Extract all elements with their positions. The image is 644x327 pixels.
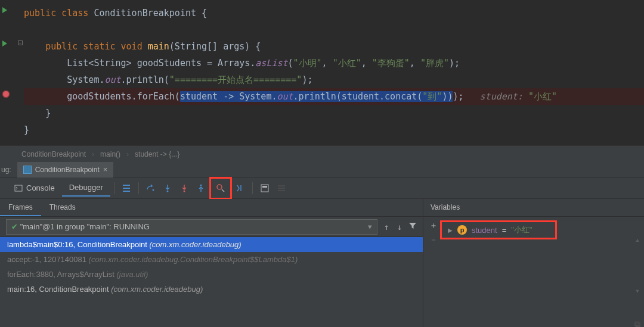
step-out-icon[interactable]	[193, 180, 209, 197]
debug-session-tab[interactable]: ConditionBreakpoint ×	[17, 162, 114, 177]
console-tab[interactable]: Console	[7, 180, 62, 196]
expand-arrow-icon[interactable]: ▶	[448, 227, 453, 233]
highlighted-mute-breakpoints	[209, 177, 232, 200]
svg-rect-7	[262, 186, 267, 188]
svg-point-2	[166, 190, 168, 192]
threads-tab[interactable]: Threads	[41, 199, 84, 216]
svg-point-5	[217, 185, 222, 189]
clipboard-icon[interactable]: ⧉	[634, 319, 640, 327]
console-icon	[14, 184, 23, 192]
svg-point-1	[152, 189, 154, 191]
gutter: −	[0, 0, 24, 145]
force-step-into-icon[interactable]	[176, 180, 193, 197]
variable-row[interactable]: ▶ p student = "小红"	[440, 220, 557, 239]
step-into-icon[interactable]	[159, 180, 176, 197]
frame-row[interactable]: forEach:3880, Arrays$ArrayList (java.uti…	[0, 267, 423, 282]
remove-watch-icon[interactable]: －	[429, 235, 438, 245]
code-editor: − public class ConditionBreakpoint { pub…	[0, 0, 644, 145]
check-icon: ✔	[11, 222, 18, 231]
svg-point-4	[200, 184, 202, 186]
chevron-down-icon: ▾	[368, 222, 372, 231]
up-arrow-icon[interactable]: ▴	[635, 235, 640, 244]
code-area[interactable]: public class ConditionBreakpoint { publi…	[24, 0, 644, 145]
debug-toolbar: Console Debugger	[0, 177, 644, 199]
breadcrumb-class[interactable]: ConditionBreakpoint	[21, 150, 86, 158]
frame-row[interactable]: main:16, ConditionBreakpoint (com.xm.cod…	[0, 282, 423, 297]
down-arrow-icon[interactable]: ▾	[635, 286, 640, 295]
thread-selector[interactable]: ✔ "main"@1 in group "main": RUNNING ▾	[6, 219, 377, 235]
run-to-cursor-icon[interactable]	[232, 180, 249, 197]
step-over-icon[interactable]	[143, 180, 159, 197]
breadcrumb-method[interactable]: main()	[100, 150, 120, 158]
svg-point-3	[183, 190, 185, 192]
evaluate-expression-icon[interactable]	[256, 180, 273, 197]
mute-breakpoints-icon[interactable]	[212, 180, 229, 197]
frames-tab[interactable]: Frames	[0, 199, 41, 216]
threads-icon[interactable]	[118, 180, 135, 197]
filter-icon[interactable]	[408, 222, 417, 232]
debug-content: Frames Threads ✔ "main"@1 in group "main…	[0, 199, 644, 327]
add-watch-icon[interactable]: ＋	[429, 220, 438, 231]
chevron-right-icon: ›	[126, 150, 129, 158]
breadcrumb[interactable]: ConditionBreakpoint › main() › student -…	[0, 145, 644, 162]
debugger-tab[interactable]: Debugger	[62, 179, 110, 197]
debug-tabs: ug: ConditionBreakpoint ×	[0, 162, 644, 177]
frames-list: lambda$main$0:16, ConditionBreakpoint (c…	[0, 237, 423, 297]
debug-label: ug:	[1, 166, 11, 174]
trace-current-stream-icon[interactable]	[273, 180, 290, 197]
frames-panel: Frames Threads ✔ "main"@1 in group "main…	[0, 199, 423, 327]
debug-config-icon	[23, 166, 32, 174]
prev-frame-icon[interactable]: ↑	[382, 222, 391, 232]
breakpoint-icon[interactable]	[2, 91, 11, 99]
variables-header: Variables	[423, 199, 644, 217]
chevron-right-icon: ›	[92, 150, 94, 158]
svg-rect-6	[261, 185, 268, 192]
svg-rect-0	[15, 185, 22, 191]
run-class-icon[interactable]	[2, 7, 7, 13]
variables-panel: Variables ＋ － ▶ p student = "小红"	[423, 199, 644, 327]
breadcrumb-lambda[interactable]: student -> {...}	[135, 150, 179, 158]
parameter-badge-icon: p	[457, 225, 467, 235]
close-icon[interactable]: ×	[103, 165, 108, 174]
next-frame-icon[interactable]: ↓	[395, 222, 404, 232]
right-rail: ▴ ▾ ⧉	[631, 199, 644, 327]
frame-row[interactable]: lambda$main$0:16, ConditionBreakpoint (c…	[0, 237, 423, 252]
frame-row[interactable]: accept:-1, 1207140081 (com.xm.coder.idea…	[0, 252, 423, 267]
debug-tab-label: ConditionBreakpoint	[35, 166, 100, 174]
fold-icon[interactable]: −	[18, 41, 23, 45]
run-main-icon[interactable]	[2, 41, 7, 46]
